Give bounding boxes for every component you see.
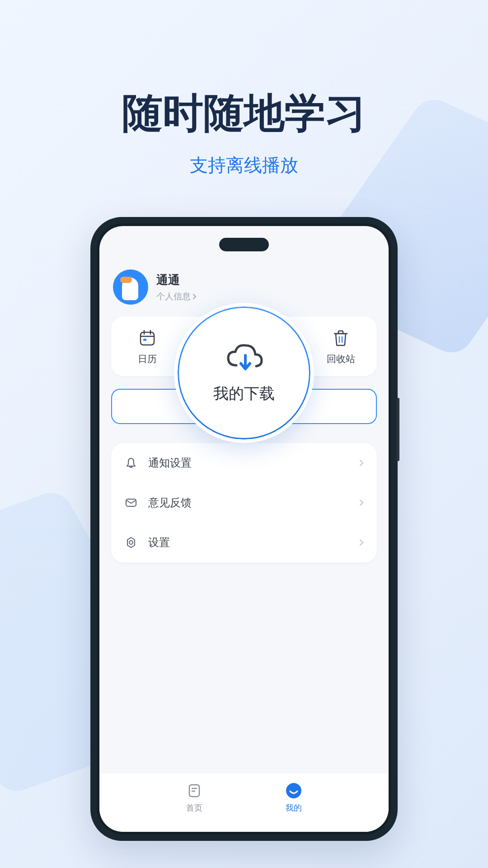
- hero-title: 随时随地学习: [0, 86, 488, 141]
- settings-list: 通知设置 意见反馈: [111, 443, 377, 562]
- feature-download-highlight: 我的下载: [174, 303, 314, 443]
- bottom-nav: 首页 我的: [99, 773, 389, 832]
- settings-label: 设置: [148, 535, 349, 550]
- profile-name: 通通: [156, 272, 197, 288]
- recycle-label: 回收站: [327, 353, 355, 365]
- nav-home-label: 首页: [186, 802, 202, 813]
- bell-icon: [124, 456, 138, 470]
- feedback-item[interactable]: 意见反馈: [111, 483, 377, 523]
- mail-icon: [124, 495, 138, 510]
- gear-icon: [124, 535, 138, 550]
- phone-power-button: [397, 398, 399, 461]
- calendar-label: 日历: [138, 353, 157, 365]
- svg-point-13: [286, 783, 301, 798]
- notifications-item[interactable]: 通知设置: [111, 443, 377, 483]
- chevron-right-icon: [359, 459, 364, 467]
- profile-info-link[interactable]: 个人信息: [156, 291, 197, 302]
- calendar-action[interactable]: 日历: [116, 328, 179, 365]
- settings-item[interactable]: 设置: [111, 523, 377, 562]
- calendar-icon: [138, 328, 157, 347]
- svg-rect-4: [143, 339, 146, 341]
- nav-mine-label: 我的: [286, 802, 302, 813]
- chevron-right-icon: [192, 293, 197, 300]
- smile-icon: [285, 782, 303, 800]
- feature-label: 我的下载: [213, 383, 275, 404]
- trash-icon: [331, 328, 350, 347]
- svg-rect-0: [141, 332, 154, 345]
- chevron-right-icon: [359, 538, 364, 547]
- cloud-download-icon: [224, 342, 264, 373]
- feedback-label: 意见反馈: [148, 495, 349, 510]
- hero-subtitle: 支持离线播放: [0, 153, 488, 178]
- nav-mine[interactable]: 我的: [285, 782, 303, 813]
- avatar[interactable]: [113, 269, 148, 305]
- notifications-label: 通知设置: [148, 456, 349, 470]
- svg-point-9: [129, 541, 133, 544]
- svg-marker-8: [127, 538, 135, 547]
- chevron-right-icon: [359, 499, 364, 507]
- nav-home[interactable]: 首页: [185, 782, 203, 813]
- profile-info-label: 个人信息: [156, 291, 191, 302]
- recycle-action[interactable]: 回收站: [309, 328, 372, 365]
- document-icon: [185, 782, 203, 800]
